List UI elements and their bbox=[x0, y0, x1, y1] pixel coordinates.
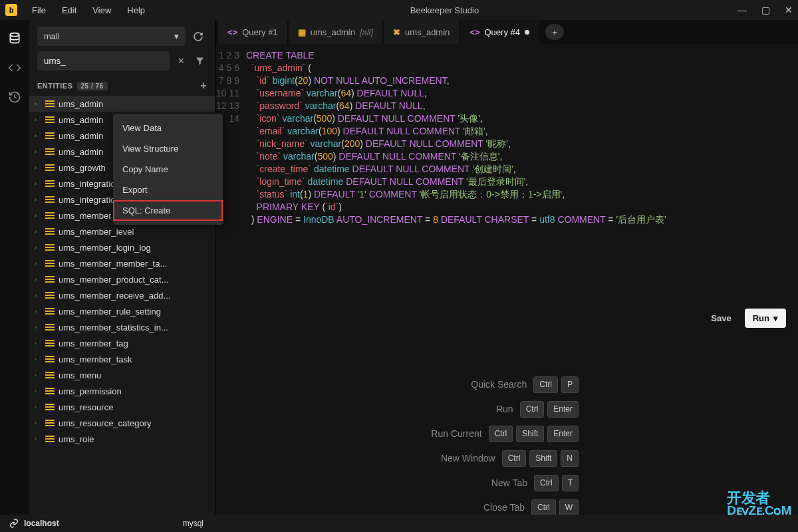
table-icon bbox=[45, 116, 55, 123]
tab-label: ums_admin bbox=[405, 27, 450, 37]
menu-help[interactable]: Help bbox=[120, 3, 152, 18]
entity-item[interactable]: ›ums_member_member_ta... bbox=[29, 255, 215, 271]
entity-item[interactable]: ›ums_resource bbox=[29, 399, 215, 415]
ctx-view-structure[interactable]: View Structure bbox=[113, 138, 223, 159]
entity-label: ums_member_statistics_in... bbox=[59, 323, 168, 332]
entity-item[interactable]: ›ums_member_task bbox=[29, 351, 215, 367]
tab-label: Query #1 bbox=[242, 27, 277, 37]
filter-icon[interactable] bbox=[192, 54, 207, 68]
chevron-right-icon: › bbox=[35, 436, 41, 442]
entity-item[interactable]: ›ums_member_rule_setting bbox=[29, 303, 215, 319]
menu-edit[interactable]: Edit bbox=[55, 3, 83, 18]
chevron-right-icon: › bbox=[35, 340, 41, 346]
tab[interactable]: <>Query #1 bbox=[218, 20, 287, 44]
entity-label: ums_permission bbox=[59, 386, 122, 396]
query-icon: <> bbox=[469, 27, 479, 37]
chevron-right-icon: › bbox=[35, 276, 41, 283]
save-button[interactable]: Save bbox=[703, 309, 739, 328]
tab[interactable]: ▦ums_admin[all] bbox=[289, 20, 382, 44]
tab-suffix: [all] bbox=[360, 27, 373, 37]
ctx-copy-name[interactable]: Copy Name bbox=[113, 159, 223, 180]
entity-item[interactable]: ›ums_menu bbox=[29, 367, 215, 383]
shortcut-row: Quick SearchCtrlP bbox=[471, 376, 579, 393]
entity-item[interactable]: ›ums_member_statistics_in... bbox=[29, 319, 215, 335]
table-icon bbox=[45, 420, 55, 426]
activity-rail bbox=[0, 20, 29, 515]
shortcut-label: Run bbox=[496, 403, 513, 416]
entity-label: ums_member_login_log bbox=[59, 243, 151, 253]
entity-label: ums_member_receive_add... bbox=[59, 291, 170, 301]
table-icon: ▦ bbox=[298, 27, 306, 37]
chevron-right-icon: › bbox=[35, 212, 41, 219]
tab[interactable]: ✖ums_admin bbox=[384, 20, 459, 44]
menu-file[interactable]: File bbox=[25, 3, 53, 18]
entity-label: ums_growth bbox=[59, 163, 106, 173]
entity-label: ums_member_tag bbox=[59, 338, 128, 348]
chevron-right-icon: › bbox=[35, 356, 41, 362]
entity-search-input[interactable] bbox=[37, 51, 170, 70]
entity-item[interactable]: ›ums_member_tag bbox=[29, 335, 215, 351]
entity-label: ums_admin bbox=[59, 131, 103, 141]
ctx-view-data[interactable]: View Data bbox=[113, 118, 223, 138]
entities-title: ENTITIES bbox=[37, 82, 73, 90]
entity-item[interactable]: ›ums_role bbox=[29, 431, 215, 447]
entity-item[interactable]: ›ums_member_receive_add... bbox=[29, 287, 215, 303]
chevron-right-icon: › bbox=[35, 180, 41, 187]
maximize-icon[interactable]: ▢ bbox=[761, 5, 770, 15]
chevron-right-icon: › bbox=[35, 148, 41, 155]
tab[interactable]: <>Query #4 bbox=[460, 20, 539, 44]
entity-label: ums_integration bbox=[59, 195, 120, 205]
key-badge: Ctrl bbox=[489, 426, 513, 442]
entity-label: ums_menu bbox=[59, 370, 101, 380]
sql-editor[interactable]: 1 2 3 4 5 6 7 8 9 10 11 12 13 14 CREATE … bbox=[215, 44, 798, 515]
entity-label: ums_member_rule_setting bbox=[59, 307, 161, 317]
sidebar: mall ▾ ✕ ENTITIES 25 / 76 + ›ums_admin›u… bbox=[29, 20, 215, 515]
key-badge: P bbox=[561, 376, 579, 393]
entity-item[interactable]: ›ums_member_level bbox=[29, 223, 215, 239]
table-icon bbox=[45, 324, 55, 331]
window-title: Beekeeper Studio bbox=[152, 5, 737, 15]
entity-label: ums_member_task bbox=[59, 354, 132, 364]
shortcut-row: Run CurrentCtrlShiftEnter bbox=[431, 426, 579, 442]
chevron-right-icon: › bbox=[35, 228, 41, 235]
entity-item[interactable]: ›ums_member_login_log bbox=[29, 239, 215, 255]
close-icon[interactable]: ✕ bbox=[785, 5, 793, 15]
editor-area: <>Query #1▦ums_admin[all]✖ums_admin<>Que… bbox=[215, 20, 798, 515]
entity-item[interactable]: ›ums_resource_category bbox=[29, 415, 215, 431]
database-dropdown[interactable]: mall ▾ bbox=[37, 27, 186, 46]
entity-item[interactable]: ›ums_admin bbox=[29, 96, 215, 112]
entities-header: ENTITIES 25 / 76 + bbox=[29, 76, 215, 96]
refresh-button[interactable] bbox=[190, 28, 207, 45]
clear-search-icon[interactable]: ✕ bbox=[174, 54, 188, 68]
tabbar: <>Query #1▦ums_admin[all]✖ums_admin<>Que… bbox=[215, 20, 798, 44]
database-selected-label: mall bbox=[44, 31, 60, 41]
menu-view[interactable]: View bbox=[86, 3, 118, 18]
app-menu: FileEditViewHelp bbox=[25, 3, 152, 18]
shortcut-row: Close TabCtrlW bbox=[483, 499, 579, 515]
entity-item[interactable]: ›ums_permission bbox=[29, 383, 215, 399]
chevron-right-icon: › bbox=[35, 164, 41, 171]
code-icon[interactable] bbox=[8, 61, 21, 74]
add-entity-button[interactable]: + bbox=[200, 80, 207, 92]
chevron-right-icon: › bbox=[35, 324, 41, 331]
ctx-export[interactable]: Export bbox=[113, 180, 223, 200]
database-icon[interactable] bbox=[8, 32, 21, 45]
entity-label: ums_admin bbox=[59, 99, 103, 109]
table-icon bbox=[45, 244, 55, 251]
shortcut-label: New Window bbox=[441, 452, 495, 465]
entity-item[interactable]: ›ums_member_product_cat... bbox=[29, 271, 215, 287]
table-icon bbox=[45, 356, 55, 362]
new-tab-button[interactable]: + bbox=[545, 24, 564, 40]
history-icon[interactable] bbox=[8, 90, 21, 104]
table-icon bbox=[45, 148, 55, 155]
minimize-icon[interactable]: — bbox=[737, 5, 747, 15]
status-host: localhost bbox=[24, 519, 59, 528]
table-icon bbox=[45, 164, 55, 171]
shortcut-row: New WindowCtrlShiftN bbox=[441, 450, 579, 467]
key-badge: Enter bbox=[547, 401, 579, 418]
run-button[interactable]: Run▾ bbox=[745, 309, 786, 328]
table-icon bbox=[45, 372, 55, 378]
entity-label: ums_integration bbox=[59, 179, 120, 189]
key-badge: Ctrl bbox=[520, 401, 545, 418]
ctx-sql-create[interactable]: SQL: Create bbox=[113, 200, 223, 221]
